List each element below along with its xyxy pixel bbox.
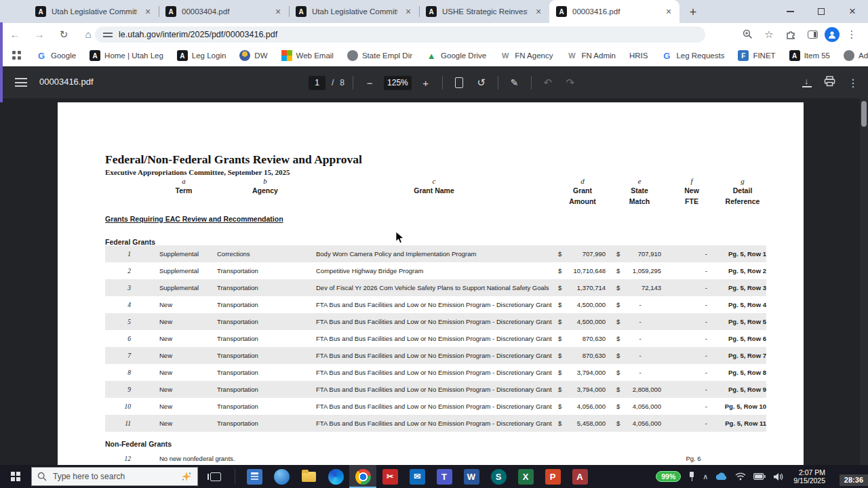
bookmark-item[interactable]: Home | Utah Leg (84, 48, 169, 63)
row-state-match: - (619, 301, 663, 308)
row-state-match: 707,910 (619, 250, 663, 258)
taskbar-app[interactable] (512, 465, 539, 488)
apps-grid-icon[interactable] (12, 51, 21, 60)
taskbar-app[interactable] (322, 465, 349, 488)
forward-icon[interactable]: → (30, 25, 49, 44)
undo-icon[interactable] (540, 75, 556, 91)
row-grant-name: FTA Bus and Bus Facilities and Low or No… (300, 352, 558, 359)
column-header-agency: bAgency (224, 177, 306, 196)
taskbar-app-icon (518, 469, 534, 485)
background-window-edge (0, 22, 3, 102)
taskbar-app[interactable] (295, 465, 322, 488)
start-button[interactable] (0, 465, 31, 488)
download-icon[interactable] (802, 78, 812, 87)
taskbar-search[interactable]: Type here to search (31, 467, 198, 486)
document-title: Federal/Non-Federal Grants Review and Ap… (105, 152, 362, 167)
print-icon[interactable] (824, 76, 835, 89)
annotate-icon[interactable] (507, 75, 523, 91)
taskbar-app[interactable] (268, 465, 295, 488)
reload-icon[interactable]: ↻ (54, 25, 73, 44)
pdf-more-icon[interactable] (848, 77, 859, 89)
bookmark-star-icon[interactable]: ☆ (760, 25, 778, 44)
bookmark-item[interactable]: FINET (732, 48, 781, 63)
maximize-button[interactable] (806, 0, 837, 23)
browser-tab[interactable]: 00003404.pdf (159, 0, 289, 23)
tab-close-icon[interactable] (533, 6, 544, 17)
taskbar-app[interactable] (376, 465, 403, 488)
speaker-icon[interactable] (773, 472, 783, 481)
extensions-icon[interactable] (781, 25, 800, 44)
taskbar-app[interactable] (485, 465, 512, 488)
taskbar-app[interactable] (349, 465, 376, 488)
bookmark-item[interactable]: Google (31, 48, 81, 63)
browser-tab[interactable]: USHE Strategic Reinvestment S (419, 0, 549, 23)
bookmark-item[interactable]: Web Email (276, 48, 339, 63)
tab-close-icon[interactable] (663, 6, 674, 17)
bookmark-item[interactable]: Leg Requests (656, 48, 730, 63)
close-button[interactable] (837, 0, 868, 23)
bookmark-item[interactable]: FN Agency (494, 48, 558, 63)
url-text[interactable]: le.utah.gov/interim/2025/pdf/00003416.pd… (119, 30, 277, 39)
taskbar-app[interactable] (566, 465, 593, 488)
new-tab-button[interactable] (685, 5, 701, 21)
onedrive-cloud-icon[interactable] (715, 472, 728, 481)
pdf-menu-icon[interactable] (15, 78, 27, 87)
pdf-scrollbar[interactable] (860, 98, 868, 465)
address-bar[interactable]: le.utah.gov/interim/2025/pdf/00003416.pd… (95, 26, 705, 43)
task-view-button[interactable] (202, 465, 229, 488)
wifi-icon[interactable] (735, 472, 746, 481)
currency-symbol: $ (607, 369, 619, 376)
taskbar-app[interactable] (403, 465, 431, 488)
taskbar-app[interactable] (241, 465, 268, 488)
tab-close-icon[interactable] (142, 6, 153, 17)
browser-tab[interactable]: 00003416.pdf (549, 0, 679, 23)
taskbar-app[interactable] (458, 465, 485, 488)
row-detail-reference: Pg. 5, Row 3 (710, 284, 766, 291)
row-detail-reference: Pg. 5, Row 6 (710, 335, 766, 342)
bookmark-item[interactable]: FN Admin (561, 48, 621, 63)
zoom-level[interactable]: 125% (384, 76, 412, 90)
redo-icon[interactable] (562, 75, 578, 91)
row-term: Supplemental (139, 250, 201, 258)
hidden-icons-chevron-icon[interactable] (703, 472, 708, 481)
grant-row: 3 Supplemental Transportation Dev of Fis… (105, 279, 766, 296)
browser-menu-icon[interactable]: ⋮ (842, 25, 861, 44)
profile-avatar[interactable] (825, 27, 840, 42)
page-number-input[interactable]: 1 (309, 76, 326, 90)
site-settings-icon[interactable] (103, 30, 113, 39)
side-panel-icon[interactable] (803, 25, 822, 44)
tab-close-icon[interactable] (403, 6, 414, 17)
back-icon[interactable]: ← (5, 25, 24, 44)
browser-tab[interactable]: Utah Legislative Committee Inf (28, 0, 159, 23)
bookmark-item[interactable]: Item 55 (784, 48, 835, 63)
zoom-out-button[interactable]: − (361, 75, 378, 91)
taskbar-app-icon (382, 469, 398, 485)
minimize-button[interactable] (774, 0, 806, 23)
tab-close-icon[interactable] (273, 6, 283, 17)
scrollbar-thumb[interactable] (861, 101, 867, 127)
grant-row: 4 New Transportation FTA Bus and Bus Fac… (105, 296, 766, 313)
bookmark-item[interactable]: Google Drive (420, 48, 492, 63)
taskbar-app[interactable] (431, 465, 458, 488)
row-term: Supplemental (139, 284, 201, 291)
zoom-in-button[interactable]: + (418, 75, 434, 91)
bookmark-label: Google (51, 52, 76, 60)
battery-icon[interactable] (753, 473, 766, 480)
bookmark-label: DW (254, 52, 267, 60)
taskbar-clock[interactable]: 2:07 PM 9/15/2025 (791, 468, 825, 485)
fit-page-icon[interactable] (451, 75, 467, 91)
bookmark-favicon-icon (500, 50, 511, 61)
bookmark-item[interactable]: DW (234, 48, 273, 63)
browser-tab[interactable]: Utah Legislative Committee Inf (289, 0, 419, 23)
pdf-page: Federal/Non-Federal Grants Review and Ap… (58, 102, 804, 482)
bookmark-item[interactable]: Leg Login (172, 48, 232, 63)
bookmark-item[interactable]: HRIS (624, 49, 653, 62)
rotate-icon[interactable] (473, 75, 490, 91)
taskbar-app[interactable] (539, 465, 566, 488)
bookmark-item[interactable]: Adobe Acrobat (838, 48, 868, 63)
bookmark-item[interactable]: State Empl Dir (342, 48, 418, 63)
taskbar-app-icon (545, 469, 561, 485)
row-number: 6 (105, 336, 139, 342)
row-grant-amount: 1,370,714 (569, 284, 607, 291)
zoom-search-icon[interactable] (738, 25, 757, 44)
